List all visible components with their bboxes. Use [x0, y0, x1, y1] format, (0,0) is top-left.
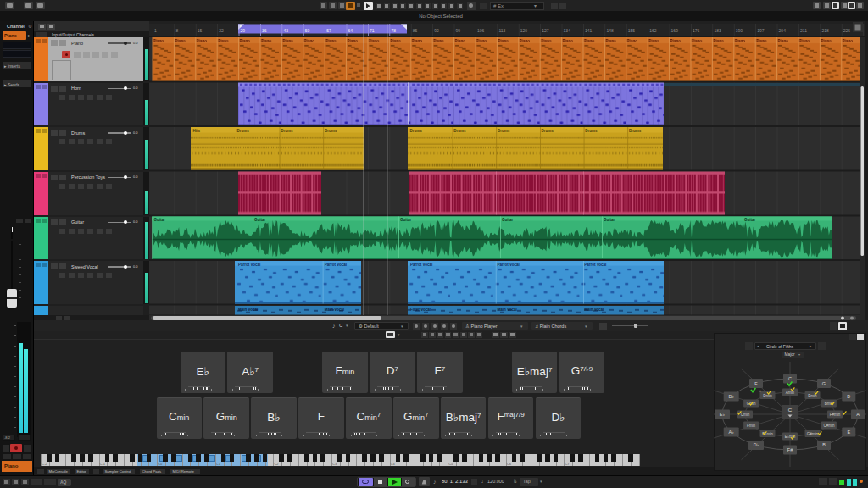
svg-text:120: 120 [520, 28, 528, 33]
svg-text:92: 92 [434, 28, 439, 33]
svg-text:64: 64 [348, 28, 353, 33]
svg-text:B♭: B♭ [729, 394, 735, 399]
svg-text:211: 211 [800, 28, 807, 33]
svg-text:Main Vocal: Main Vocal [325, 308, 344, 312]
svg-text:148: 148 [606, 28, 614, 33]
svg-text:197: 197 [757, 28, 765, 33]
svg-text:Parrot Vocal: Parrot Vocal [238, 263, 260, 267]
svg-text:99: 99 [456, 28, 461, 33]
svg-text:Parrot Vocal: Parrot Vocal [410, 263, 432, 267]
svg-text:D: D [847, 394, 850, 399]
svg-text:A♭: A♭ [729, 430, 735, 435]
svg-text:Drums: Drums [237, 129, 250, 133]
svg-text:Drums: Drums [542, 129, 554, 133]
svg-text:C: C [788, 376, 792, 381]
svg-text:Filter Vocal: Filter Vocal [410, 308, 431, 312]
svg-text:Parrot Vocal: Parrot Vocal [498, 263, 520, 267]
svg-text:155: 155 [628, 28, 636, 33]
svg-text:15: 15 [198, 28, 203, 33]
svg-text:G: G [822, 381, 826, 386]
svg-text:D♭: D♭ [754, 442, 760, 447]
svg-text:E♭: E♭ [720, 412, 726, 417]
svg-text:A: A [856, 412, 860, 417]
svg-text:36: 36 [262, 28, 267, 33]
svg-text:Parrot Vocal: Parrot Vocal [584, 263, 606, 267]
svg-text:♫: ♫ [759, 389, 761, 393]
svg-text:218: 218 [821, 28, 829, 33]
svg-text:169: 169 [671, 28, 679, 33]
svg-text:Main Vocal: Main Vocal [498, 308, 517, 312]
svg-text:106: 106 [477, 28, 485, 33]
svg-text:134: 134 [564, 28, 571, 33]
svg-text:Fmin: Fmin [747, 424, 755, 428]
svg-text:Drums: Drums [585, 129, 598, 133]
svg-text:204: 204 [779, 28, 787, 33]
svg-text:1: 1 [154, 28, 157, 33]
svg-text:43: 43 [283, 28, 288, 33]
svg-text:Guitar: Guitar [744, 218, 756, 222]
svg-text:Drums: Drums [410, 129, 423, 133]
svg-text:8: 8 [175, 28, 178, 33]
svg-text:183: 183 [714, 28, 721, 33]
svg-text:Guitar: Guitar [154, 218, 166, 222]
svg-text:141: 141 [585, 28, 593, 33]
svg-text:E: E [847, 430, 850, 435]
svg-text:176: 176 [693, 28, 700, 33]
svg-text:C#min: C#min [823, 424, 835, 428]
svg-text:Dmin: Dmin [763, 394, 772, 398]
svg-text:85: 85 [413, 28, 418, 33]
svg-text:Main Vocal: Main Vocal [584, 308, 604, 312]
svg-text:Parrot Vocal: Parrot Vocal [325, 263, 347, 267]
svg-text:Drums: Drums [281, 129, 293, 133]
svg-text:113: 113 [498, 28, 505, 33]
svg-text:B: B [822, 442, 826, 447]
svg-text:Main Vocal: Main Vocal [238, 308, 258, 312]
svg-text:225: 225 [843, 28, 851, 33]
svg-text:162: 162 [649, 28, 657, 33]
svg-text:Guitar: Guitar [604, 218, 615, 222]
svg-text:Drums: Drums [498, 129, 510, 133]
svg-text:57: 57 [326, 28, 331, 33]
svg-text:50: 50 [305, 28, 310, 33]
svg-text:Drums: Drums [629, 129, 642, 133]
svg-text:Cmin: Cmin [741, 413, 750, 417]
svg-text:71: 71 [370, 28, 375, 33]
svg-text:Amin: Amin [786, 391, 795, 395]
svg-text:78: 78 [391, 28, 396, 33]
svg-text:190: 190 [736, 28, 743, 33]
svg-text:Drums: Drums [325, 129, 337, 133]
svg-text:F#: F# [787, 447, 793, 452]
svg-text:127: 127 [542, 28, 549, 33]
svg-text:22: 22 [219, 28, 224, 33]
svg-text:Drums: Drums [453, 129, 466, 133]
svg-text:Guitar: Guitar [502, 218, 514, 222]
svg-text:Guitar: Guitar [400, 218, 412, 222]
svg-text:Hits: Hits [193, 129, 201, 133]
svg-text:C: C [788, 408, 793, 413]
svg-text:G#min: G#min [807, 432, 819, 436]
svg-text:29: 29 [241, 28, 246, 33]
svg-text:Guitar: Guitar [254, 218, 266, 222]
svg-text:F#min: F#min [830, 413, 841, 417]
